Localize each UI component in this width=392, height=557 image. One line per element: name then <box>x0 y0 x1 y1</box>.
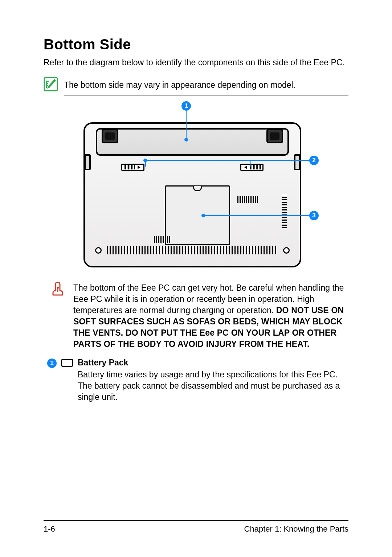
warning-block: The bottom of the Eee PC can get very ho… <box>44 277 348 350</box>
item-text: Battery time varies by usage and by the … <box>78 369 348 403</box>
item-battery-pack: 1 Battery Pack Battery time varies by us… <box>44 358 348 403</box>
callout-badge-1: 1 <box>181 101 191 111</box>
battery-icon <box>61 359 73 367</box>
svg-point-1 <box>57 287 59 289</box>
note-text: The bottom side may vary in appearance d… <box>64 75 348 95</box>
callout-badge-3: 3 <box>309 211 319 220</box>
item-badge-1: 1 <box>47 359 57 368</box>
page-number: 1-6 <box>44 524 55 534</box>
bottom-diagram: 1 2 3 <box>44 102 348 269</box>
page-footer: 1-6 Chapter 1: Knowing the Parts <box>44 520 348 534</box>
item-title: Battery Pack <box>78 358 348 368</box>
page-title: Bottom Side <box>44 36 348 53</box>
hot-surface-icon <box>49 280 66 297</box>
intro-paragraph: Refer to the diagram below to identify t… <box>44 57 348 68</box>
pen-note-icon <box>44 77 58 91</box>
chapter-label: Chapter 1: Knowing the Parts <box>244 524 348 534</box>
callout-badge-2: 2 <box>309 156 319 165</box>
note-block: The bottom side may vary in appearance d… <box>44 75 348 95</box>
